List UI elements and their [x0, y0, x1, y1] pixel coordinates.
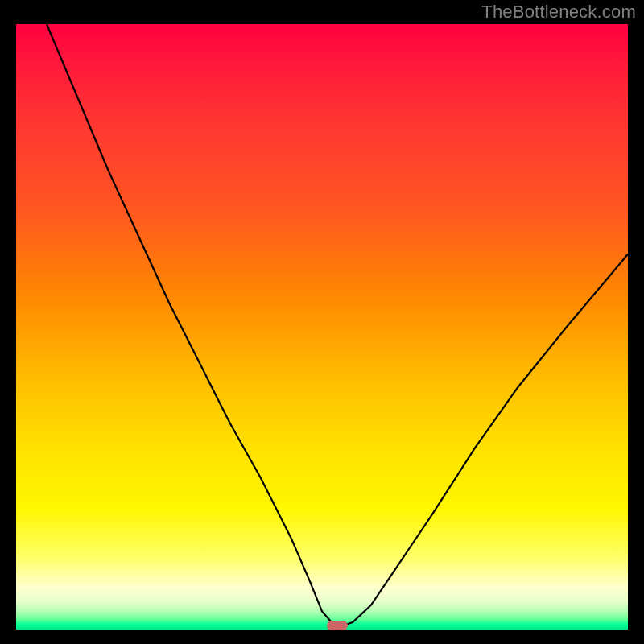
attribution-label: TheBottleneck.com — [481, 2, 636, 23]
bottleneck-curve — [16, 24, 628, 630]
curve-path — [47, 24, 628, 626]
plot-area — [16, 24, 628, 630]
optimum-marker — [327, 621, 348, 630]
chart-frame: TheBottleneck.com — [0, 0, 644, 644]
